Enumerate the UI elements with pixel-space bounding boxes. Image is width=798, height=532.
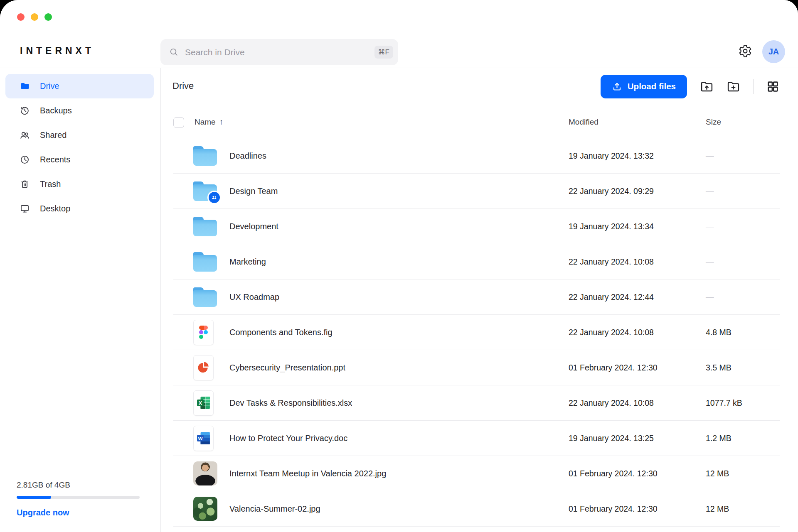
- file-modified-date: 22 January 2024. 10:08: [569, 398, 654, 408]
- file-name: Components and Tokens.fig: [229, 328, 332, 337]
- table-row[interactable]: WHow to Protect Your Privacy.doc19 Janua…: [173, 421, 780, 456]
- sidebar-item-recents[interactable]: Recents: [5, 147, 154, 172]
- upload-files-label: Upload files: [628, 81, 676, 91]
- sidebar-item-label: Drive: [40, 81, 59, 91]
- file-table-header: Name↑ Modified Size: [173, 108, 780, 138]
- sidebar-item-backups[interactable]: Backups: [5, 98, 154, 123]
- file-icon-cell: [193, 209, 217, 244]
- file-size: —: [706, 222, 714, 231]
- folder-icon: [20, 81, 30, 91]
- storage-progress-bar: [17, 496, 140, 499]
- file-icon-cell: [193, 456, 217, 491]
- file-modified-date: 22 January 2024. 10:08: [569, 257, 654, 267]
- file-table: Name↑ Modified Size Deadlines19 January …: [173, 108, 780, 527]
- table-row[interactable]: Development19 January 2024. 13:34—: [173, 209, 780, 244]
- file-size: 4.8 MB: [706, 328, 732, 337]
- file-icon-cell: [193, 174, 217, 208]
- file-modified-date: 01 February 2024. 12:30: [569, 363, 658, 373]
- table-row[interactable]: UX Roadmap22 January 2024. 12:44—: [173, 279, 780, 315]
- folder-icon: [193, 287, 217, 307]
- folder-icon: [193, 252, 217, 272]
- select-all-checkbox[interactable]: [173, 117, 184, 128]
- upload-icon: [612, 81, 622, 92]
- sidebar-item-label: Recents: [40, 155, 70, 164]
- file-icon-cell: [193, 138, 217, 173]
- minimize-window-button[interactable]: [31, 13, 38, 21]
- file-name: Design Team: [229, 186, 278, 196]
- file-modified-date: 22 January 2024. 09:29: [569, 186, 654, 196]
- sidebar-item-label: Desktop: [40, 204, 70, 213]
- sidebar-nav: DriveBackupsSharedRecentsTrashDesktop: [5, 74, 154, 221]
- file-modified-date: 19 January 2024. 13:25: [569, 434, 654, 443]
- upload-folder-button[interactable]: [700, 79, 714, 93]
- powerpoint-file-icon: [193, 355, 214, 380]
- file-name: UX Roadmap: [229, 292, 279, 302]
- internxt-logo: INTERNXT: [20, 45, 94, 56]
- sidebar-item-label: Shared: [40, 130, 67, 140]
- photo-thumbnail: [193, 497, 217, 521]
- file-icon-cell: X: [193, 385, 214, 420]
- search-bar[interactable]: ⌘F: [160, 39, 398, 65]
- new-folder-button[interactable]: [727, 79, 740, 93]
- top-bar: INTERNXT ⌘F JA: [0, 0, 798, 68]
- table-row[interactable]: Valencia-Summer-02.jpg01 February 2024. …: [173, 491, 780, 527]
- sidebar-item-desktop[interactable]: Desktop: [5, 196, 154, 221]
- close-window-button[interactable]: [17, 13, 25, 21]
- file-icon-cell: W: [193, 421, 214, 456]
- file-icon-cell: [193, 350, 214, 385]
- file-modified-date: 22 January 2024. 10:08: [569, 328, 654, 337]
- settings-button[interactable]: [738, 44, 753, 59]
- file-modified-date: 01 February 2024. 12:30: [569, 469, 658, 478]
- file-size: 3.5 MB: [706, 363, 732, 373]
- table-row[interactable]: Deadlines19 January 2024. 13:32—: [173, 138, 780, 174]
- file-name: Marketing: [229, 257, 266, 267]
- sidebar-item-shared[interactable]: Shared: [5, 123, 154, 147]
- search-input[interactable]: [184, 47, 374, 58]
- file-name: Internxt Team Meetup in Valencia 2022.jp…: [229, 469, 386, 478]
- file-size: —: [706, 151, 714, 161]
- table-row[interactable]: Design Team22 January 2024. 09:29—: [173, 174, 780, 209]
- grid-view-button[interactable]: [766, 79, 779, 93]
- column-header-name[interactable]: Name↑: [195, 118, 223, 127]
- history-icon: [20, 105, 30, 116]
- sidebar-item-trash[interactable]: Trash: [5, 172, 154, 196]
- sidebar-item-label: Backups: [40, 106, 72, 115]
- file-name: How to Protect Your Privacy.doc: [229, 434, 347, 443]
- desktop-icon: [20, 203, 30, 214]
- zoom-window-button[interactable]: [44, 13, 52, 21]
- file-modified-date: 19 January 2024. 13:34: [569, 222, 654, 231]
- file-table-body: Deadlines19 January 2024. 13:32—Design T…: [173, 138, 780, 527]
- user-avatar[interactable]: JA: [762, 40, 785, 63]
- trash-icon: [20, 179, 30, 189]
- file-size: 12 MB: [706, 504, 729, 514]
- excel-file-icon: X: [193, 390, 214, 416]
- file-size: 12 MB: [706, 469, 729, 478]
- svg-text:W: W: [198, 436, 202, 441]
- table-row[interactable]: Cybersecurity_Presentation.ppt01 Februar…: [173, 350, 780, 385]
- folder-shared-icon: [193, 181, 217, 201]
- sidebar-item-drive[interactable]: Drive: [5, 74, 154, 98]
- figma-file-icon: [193, 320, 214, 345]
- app-window: INTERNXT ⌘F JA DriveBackupsSharedRecents…: [0, 0, 798, 532]
- file-name: Deadlines: [229, 151, 266, 161]
- table-row[interactable]: Marketing22 January 2024. 10:08—: [173, 244, 780, 279]
- folder-icon: [193, 146, 217, 166]
- table-row[interactable]: Internxt Team Meetup in Valencia 2022.jp…: [173, 456, 780, 491]
- grid-view-icon: [766, 80, 779, 93]
- sort-asc-icon: ↑: [219, 118, 224, 126]
- storage-widget: 2.81GB of 4GB Upgrade now: [17, 481, 140, 517]
- table-row[interactable]: XDev Tasks & Responsibilities.xlsx22 Jan…: [173, 385, 780, 421]
- upgrade-now-link[interactable]: Upgrade now: [17, 508, 69, 517]
- table-row[interactable]: Components and Tokens.fig22 January 2024…: [173, 315, 780, 350]
- file-icon-cell: [193, 491, 217, 526]
- upload-files-button[interactable]: Upload files: [601, 75, 687, 98]
- file-icon-cell: [193, 244, 217, 279]
- column-header-modified: Modified: [569, 118, 598, 127]
- file-name: Dev Tasks & Responsibilities.xlsx: [229, 398, 352, 408]
- toolbar: Upload files: [601, 74, 779, 98]
- search-icon: [169, 47, 179, 57]
- window-controls: [17, 13, 52, 21]
- sidebar-item-label: Trash: [40, 179, 61, 189]
- folder-plus-icon: [727, 80, 740, 93]
- file-size: —: [706, 292, 714, 302]
